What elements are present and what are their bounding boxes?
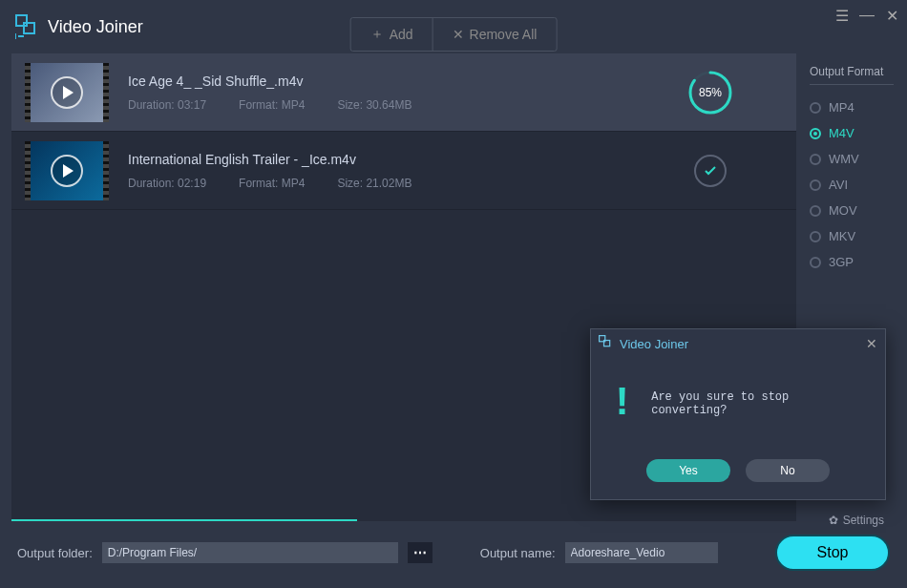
radio-icon <box>810 102 821 114</box>
done-indicator <box>682 155 739 187</box>
footer: Output folder: ⋯ Output name: Stop <box>0 521 907 584</box>
radio-icon <box>810 154 821 165</box>
dialog-message: Are you sure to stop converting? <box>651 390 866 417</box>
format-label: Format: MP4 <box>239 98 305 112</box>
progress-indicator: 85% <box>682 70 739 116</box>
sidebar-title: Output Format <box>810 65 894 85</box>
radio-icon <box>810 205 821 217</box>
format-option-mp4[interactable]: MP4 <box>810 94 894 120</box>
format-label: M4V <box>829 126 854 140</box>
format-label: MKV <box>829 229 855 243</box>
video-title: Ice Age 4_ _Sid Shuffle_.m4v <box>128 74 682 89</box>
duration-label: Duration: 02:19 <box>128 177 206 190</box>
format-option-3gp[interactable]: 3GP <box>810 249 894 275</box>
list-item[interactable]: Ice Age 4_ _Sid Shuffle_.m4v Duration: 0… <box>11 53 796 132</box>
minimize-button[interactable]: — <box>857 6 876 25</box>
window-controls: ☰ — ✕ <box>833 6 901 25</box>
format-label: 3GP <box>829 255 854 269</box>
app-logo: Video Joiner <box>15 14 143 39</box>
format-option-mkv[interactable]: MKV <box>810 223 894 249</box>
remove-all-label: Remove All <box>470 27 538 42</box>
format-label: AVI <box>829 178 848 192</box>
format-option-wmv[interactable]: WMV <box>810 146 894 172</box>
output-name-input[interactable] <box>565 542 718 563</box>
svg-rect-1 <box>24 23 34 33</box>
duration-label: Duration: 03:17 <box>128 98 206 112</box>
format-label: MOV <box>829 203 857 218</box>
format-option-m4v[interactable]: M4V <box>810 120 894 146</box>
format-option-avi[interactable]: AVI <box>810 172 894 198</box>
radio-icon <box>810 257 821 268</box>
dialog-no-button[interactable]: No <box>746 459 830 482</box>
output-folder-label: Output folder: <box>17 546 93 560</box>
title-bar: Video Joiner ＋Add ✕Remove All ☰ — ✕ <box>0 0 907 53</box>
format-label: Format: MP4 <box>239 177 305 190</box>
radio-icon <box>810 231 821 242</box>
list-item[interactable]: International English Trailer - _Ice.m4v… <box>11 132 796 210</box>
app-logo-icon <box>15 14 40 39</box>
app-title: Video Joiner <box>48 17 143 37</box>
video-meta: International English Trailer - _Ice.m4v… <box>128 152 682 190</box>
radio-icon <box>810 128 821 139</box>
close-button[interactable]: ✕ <box>882 6 901 25</box>
output-name-label: Output name: <box>480 546 556 560</box>
dialog-logo-icon <box>599 335 614 353</box>
x-icon: ✕ <box>453 27 464 42</box>
radio-icon <box>810 179 821 191</box>
menu-icon[interactable]: ☰ <box>833 6 852 25</box>
video-meta: Ice Age 4_ _Sid Shuffle_.m4v Duration: 0… <box>128 74 682 112</box>
overall-progress-bar <box>11 519 357 521</box>
gear-icon: ✿ <box>829 514 838 527</box>
stop-button[interactable]: Stop <box>775 535 890 571</box>
output-folder-input[interactable] <box>102 542 398 563</box>
size-label: Size: 30.64MB <box>337 98 411 112</box>
exclamation-icon: ! <box>610 381 634 427</box>
dialog-close-button[interactable]: ✕ <box>866 336 877 351</box>
plus-icon: ＋ <box>370 26 384 43</box>
play-icon <box>51 155 83 187</box>
video-thumbnail[interactable] <box>25 141 109 200</box>
dialog-header: Video Joiner ✕ <box>591 329 885 358</box>
remove-all-button[interactable]: ✕Remove All <box>433 18 557 51</box>
dialog-yes-button[interactable]: Yes <box>646 459 730 482</box>
play-icon <box>51 76 83 109</box>
dialog-title: Video Joiner <box>620 337 688 351</box>
settings-label: Settings <box>843 514 884 527</box>
add-button[interactable]: ＋Add <box>351 18 433 51</box>
toolbar: ＋Add ✕Remove All <box>350 17 558 52</box>
progress-percent: 85% <box>687 70 733 116</box>
confirm-dialog: Video Joiner ✕ ! Are you sure to stop co… <box>590 328 886 500</box>
settings-link[interactable]: ✿ Settings <box>829 514 884 527</box>
video-title: International English Trailer - _Ice.m4v <box>128 152 682 167</box>
format-option-mov[interactable]: MOV <box>810 198 894 223</box>
size-label: Size: 21.02MB <box>337 177 411 190</box>
format-label: MP4 <box>829 100 854 115</box>
browse-button[interactable]: ⋯ <box>408 542 432 563</box>
format-label: WMV <box>829 152 859 166</box>
svg-rect-0 <box>16 15 27 26</box>
add-label: Add <box>390 27 413 42</box>
video-thumbnail[interactable] <box>25 63 109 122</box>
